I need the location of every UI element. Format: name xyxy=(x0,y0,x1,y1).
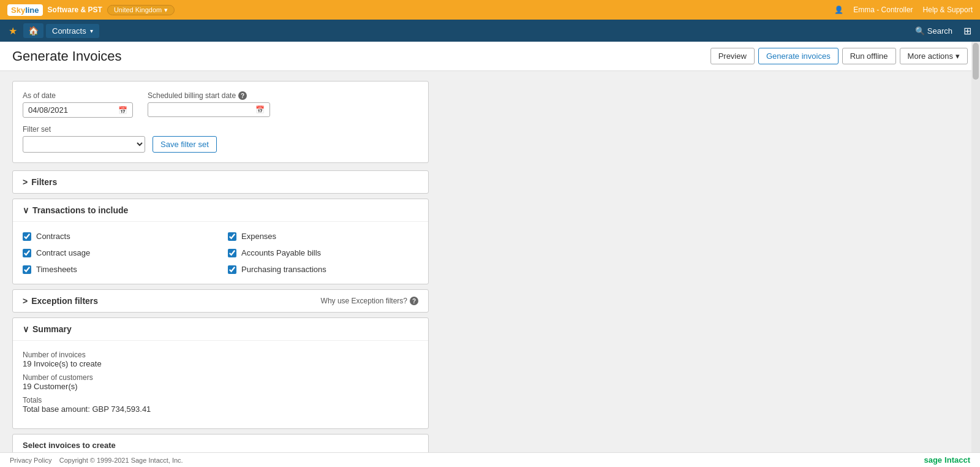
search-icon: 🔍 xyxy=(915,26,925,36)
contract-usage-checkbox[interactable] xyxy=(23,249,31,257)
home-button[interactable]: 🏠 xyxy=(23,23,43,38)
purchasing-checkbox-item: Purchasing transactions xyxy=(228,265,418,274)
footer-right: sage Intacct xyxy=(924,455,970,465)
as-of-date-value: 04/08/2021 xyxy=(28,105,68,115)
exception-filters-header[interactable]: > Exception filters Why use Exception fi… xyxy=(13,290,428,312)
scroll-thumb[interactable] xyxy=(973,43,979,80)
totals-value: Total base amount: GBP 734,593.41 xyxy=(23,404,418,414)
scheduled-billing-group: Scheduled billing start date ? 📅 xyxy=(148,91,270,117)
expenses-checkbox-label: Expenses xyxy=(241,232,276,241)
summary-chevron-icon: ∨ xyxy=(23,324,29,334)
page-title: Generate Invoices xyxy=(12,48,122,64)
calendar-icon: 📅 xyxy=(118,106,127,115)
transactions-section: ∨ Transactions to include Contracts Expe… xyxy=(12,199,429,284)
more-actions-chevron-icon: ▾ xyxy=(956,51,960,61)
scheduled-billing-label: Scheduled billing start date ? xyxy=(148,91,270,100)
region-label: United Kingdom xyxy=(114,6,162,13)
purchasing-checkbox[interactable] xyxy=(228,265,236,274)
date-row: As of date 04/08/2021 📅 Scheduled billin… xyxy=(23,91,418,118)
page-actions: Preview Generate invoices Run offline Mo… xyxy=(710,48,968,64)
contracts-label: Contracts xyxy=(52,26,86,36)
timesheets-checkbox[interactable] xyxy=(23,265,31,274)
more-actions-button[interactable]: More actions ▾ xyxy=(900,48,968,64)
footer: Privacy Policy Copyright © 1999-2021 Sag… xyxy=(0,452,980,467)
contracts-chevron-icon: ▾ xyxy=(90,28,93,34)
preview-button[interactable]: Preview xyxy=(710,48,755,64)
filters-section: > Filters xyxy=(12,170,429,194)
expenses-checkbox[interactable] xyxy=(228,232,236,241)
summary-body: Number of invoices 19 Invoice(s) to crea… xyxy=(13,341,428,428)
number-of-customers-value: 19 Customer(s) xyxy=(23,382,418,391)
contracts-checkbox-label: Contracts xyxy=(36,232,70,241)
filter-set-row: Filter set Save filter set xyxy=(23,125,418,153)
summary-title: ∨ Summary xyxy=(23,324,72,334)
top-bar-right: 👤 Emma - Controller Help & Support xyxy=(834,6,973,14)
copyright-text: Copyright © 1999-2021 Sage Intacct, Inc. xyxy=(59,457,183,464)
totals-label: Totals xyxy=(23,396,418,404)
run-offline-button[interactable]: Run offline xyxy=(842,48,896,64)
filter-set-select[interactable] xyxy=(23,136,145,153)
accounts-payable-checkbox-item: Accounts Payable bills xyxy=(228,248,418,257)
logo[interactable]: Skyline xyxy=(7,4,43,16)
contract-usage-checkbox-label: Contract usage xyxy=(36,248,90,257)
sage-logo-text: sage xyxy=(924,455,942,465)
filters-section-header[interactable]: > Filters xyxy=(13,171,428,193)
exception-info-icon[interactable]: ? xyxy=(410,297,418,305)
why-exception-filters[interactable]: Why use Exception filters? ? xyxy=(321,297,418,305)
transactions-section-header[interactable]: ∨ Transactions to include xyxy=(13,199,428,222)
logo-text: Skyline xyxy=(11,6,39,15)
number-of-invoices-label: Number of invoices xyxy=(23,351,418,359)
privacy-policy-link[interactable]: Privacy Policy xyxy=(10,457,51,464)
filter-set-label: Filter set xyxy=(23,125,145,134)
summary-section: ∨ Summary Number of invoices 19 Invoice(… xyxy=(12,317,429,429)
grid-icon[interactable]: ⊞ xyxy=(960,23,975,39)
main-content: As of date 04/08/2021 📅 Scheduled billin… xyxy=(0,71,441,467)
generate-invoices-button[interactable]: Generate invoices xyxy=(758,48,839,64)
page-header: Generate Invoices Preview Generate invoi… xyxy=(0,42,980,71)
as-of-date-input[interactable]: 04/08/2021 📅 xyxy=(23,102,133,118)
favorites-star-icon[interactable]: ★ xyxy=(5,25,21,37)
filter-set-group: Filter set xyxy=(23,125,145,153)
top-bar: Skyline Software & PST United Kingdom ▾ … xyxy=(0,0,980,20)
region-selector[interactable]: United Kingdom ▾ xyxy=(107,5,175,15)
user-label[interactable]: Emma - Controller xyxy=(853,6,913,14)
app-subtitle: Software & PST xyxy=(48,6,102,14)
expenses-checkbox-item: Expenses xyxy=(228,232,418,241)
as-of-date-group: As of date 04/08/2021 📅 xyxy=(23,91,133,118)
filters-title: > Filters xyxy=(23,177,57,187)
contracts-checkbox[interactable] xyxy=(23,232,31,241)
number-of-invoices-item: Number of invoices 19 Invoice(s) to crea… xyxy=(23,351,418,368)
transactions-body: Contracts Expenses Contract usage Accoun… xyxy=(13,222,428,284)
search-nav-button[interactable]: 🔍 Search xyxy=(910,24,957,38)
scrollbar[interactable] xyxy=(971,42,980,452)
contracts-nav-item[interactable]: Contracts ▾ xyxy=(46,24,99,38)
number-of-customers-item: Number of customers 19 Customer(s) xyxy=(23,373,418,391)
form-card: As of date 04/08/2021 📅 Scheduled billin… xyxy=(12,81,429,163)
help-link[interactable]: Help & Support xyxy=(923,6,973,14)
footer-left: Privacy Policy Copyright © 1999-2021 Sag… xyxy=(10,457,183,464)
number-of-invoices-value: 19 Invoice(s) to create xyxy=(23,359,418,368)
transactions-checkbox-grid: Contracts Expenses Contract usage Accoun… xyxy=(23,232,418,274)
accounts-payable-checkbox-label: Accounts Payable bills xyxy=(241,248,321,257)
as-of-date-label: As of date xyxy=(23,91,133,100)
home-icon: 🏠 xyxy=(28,26,39,36)
scheduled-calendar-icon: 📅 xyxy=(255,105,265,114)
transactions-title: ∨ Transactions to include xyxy=(23,205,128,215)
top-bar-left: Skyline Software & PST United Kingdom ▾ xyxy=(7,4,175,16)
timesheets-checkbox-label: Timesheets xyxy=(36,265,77,274)
nav-bar: ★ 🏠 Contracts ▾ 🔍 Search ⊞ xyxy=(0,20,980,42)
accounts-payable-checkbox[interactable] xyxy=(228,249,236,257)
scheduled-billing-info-icon[interactable]: ? xyxy=(238,91,247,100)
contracts-checkbox-item: Contracts xyxy=(23,232,213,241)
scheduled-billing-input[interactable]: 📅 xyxy=(148,102,270,117)
search-label: Search xyxy=(927,26,952,36)
intacct-logo-text: Intacct xyxy=(944,455,970,465)
purchasing-checkbox-label: Purchasing transactions xyxy=(241,265,326,274)
exception-chevron-icon: > xyxy=(23,296,28,306)
summary-section-header[interactable]: ∨ Summary xyxy=(13,318,428,341)
contract-usage-checkbox-item: Contract usage xyxy=(23,248,213,257)
save-filter-set-button[interactable]: Save filter set xyxy=(153,136,217,153)
totals-item: Totals Total base amount: GBP 734,593.41 xyxy=(23,396,418,414)
timesheets-checkbox-item: Timesheets xyxy=(23,265,213,274)
user-icon: 👤 xyxy=(834,6,843,14)
